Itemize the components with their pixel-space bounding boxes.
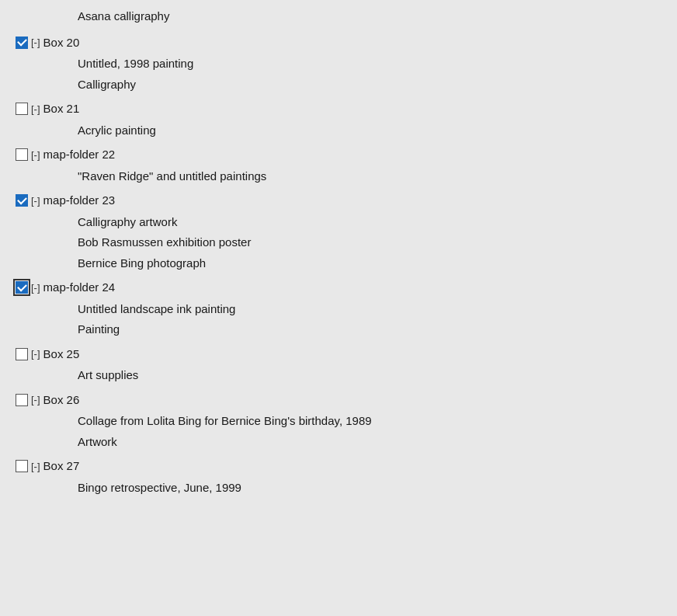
child-label-mapfolder23-2: Bernice Bing photograph [78,255,206,273]
tree-item-box26: [-] Box 26Collage from Lolita Bing for B… [16,386,661,453]
child-row-box27-0: Bingo retrospective, June, 1999 [16,478,661,499]
item-label-box26: Box 26 [43,392,80,409]
child-label-box20-0: Untitled, 1998 painting [78,55,193,73]
child-row-box25-0: Art supplies [16,365,661,386]
collapse-btn-box25[interactable]: [-] [31,346,40,362]
child-label-box21-0: Acrylic painting [78,122,156,140]
tree-row-box25: [-] Box 25 [16,343,661,366]
checkbox-box21[interactable] [16,103,28,115]
collapse-btn-mapfolder23[interactable]: [-] [31,193,40,209]
child-row-mapfolder24-0: Untitled landscape ink painting [16,299,661,320]
item-label-box20: Box 20 [43,34,80,52]
collapse-btn-box20[interactable]: [-] [31,35,40,50]
tree-row-mapfolder22: [-] map-folder 22 [16,144,661,166]
tree-item-box20: [-] Box 20Untitled, 1998 paintingCalligr… [16,29,661,96]
tree-item-mapfolder23: [-] map-folder 23Calligraphy artworkBob … [16,186,661,273]
item-label-mapfolder22: map-folder 22 [43,146,116,164]
item-label-mapfolder23: map-folder 23 [43,192,116,210]
tree-item-mapfolder22: [-] map-folder 22"Raven Ridge" and untit… [16,141,661,186]
collapse-btn-box27[interactable]: [-] [31,459,40,475]
child-row-box26-0: Collage from Lolita Bing for Bernice Bin… [16,411,661,432]
child-label-box25-0: Art supplies [78,367,138,385]
child-row-mapfolder23-1: Bob Rasmussen exhibition poster [16,232,661,253]
child-row-mapfolder22-0: "Raven Ridge" and untitled paintings [16,166,661,187]
child-row-mapfolder23-2: Bernice Bing photograph [16,253,661,274]
tree-item-box27: [-] Box 27Bingo retrospective, June, 199… [16,452,661,498]
tree-row-mapfolder23: [-] map-folder 23 [16,190,661,212]
tree-row-box20: [-] Box 20 [16,32,661,54]
child-label-mapfolder23-0: Calligraphy artwork [78,214,177,231]
child-row-mapfolder24-1: Painting [16,319,661,340]
checkbox-box27[interactable] [16,460,28,472]
child-row-box20-0: Untitled, 1998 painting [16,54,661,75]
child-row-box20-1: Calligraphy [16,75,661,96]
collapse-btn-mapfolder24[interactable]: [-] [31,280,40,296]
child-row-box21-0: Acrylic painting [16,120,661,141]
tree-row-box26: [-] Box 26 [16,389,661,412]
tree-container: Asana calligraphy [-] Box 20Untitled, 19… [0,0,677,616]
child-label-box26-0: Collage from Lolita Bing for Bernice Bin… [78,412,372,430]
tree-item-mapfolder24: [-] map-folder 24Untitled landscape ink … [16,273,661,340]
item-label-box21: Box 21 [43,100,80,118]
collapse-btn-box21[interactable]: [-] [31,102,40,117]
tree-row-box21: [-] Box 21 [16,98,661,120]
tree-row-mapfolder24: [-] map-folder 24 [16,277,661,299]
item-label-mapfolder24: map-folder 24 [43,279,116,297]
tree-item-box21: [-] Box 21Acrylic painting [16,95,661,141]
checkbox-mapfolder24[interactable] [16,281,28,294]
child-row-box26-1: Artwork [16,432,661,453]
child-label-mapfolder24-1: Painting [78,321,120,339]
top-child-item: Asana calligraphy [16,6,661,27]
checkbox-box25[interactable] [16,348,28,360]
tree-item-box25: [-] Box 25Art supplies [16,340,661,386]
child-label-mapfolder24-0: Untitled landscape ink painting [78,301,235,318]
item-label-box25: Box 25 [43,346,80,364]
checkbox-box20[interactable] [16,37,28,49]
tree-row-box27: [-] Box 27 [16,455,661,478]
top-child-label: Asana calligraphy [78,8,169,26]
child-label-box20-1: Calligraphy [78,76,136,94]
checkbox-mapfolder23[interactable] [16,194,28,207]
collapse-btn-mapfolder22[interactable]: [-] [31,148,40,163]
child-label-mapfolder23-1: Bob Rasmussen exhibition poster [78,234,251,252]
child-label-box26-1: Artwork [78,433,117,451]
checkbox-box26[interactable] [16,394,28,406]
child-label-mapfolder22-0: "Raven Ridge" and untitled paintings [78,168,266,186]
collapse-btn-box26[interactable]: [-] [31,392,40,408]
checkbox-mapfolder22[interactable] [16,148,28,161]
tree-list: [-] Box 20Untitled, 1998 paintingCalligr… [16,29,661,499]
child-label-box27-0: Bingo retrospective, June, 1999 [78,479,241,497]
item-label-box27: Box 27 [43,458,80,475]
child-row-mapfolder23-0: Calligraphy artwork [16,212,661,233]
